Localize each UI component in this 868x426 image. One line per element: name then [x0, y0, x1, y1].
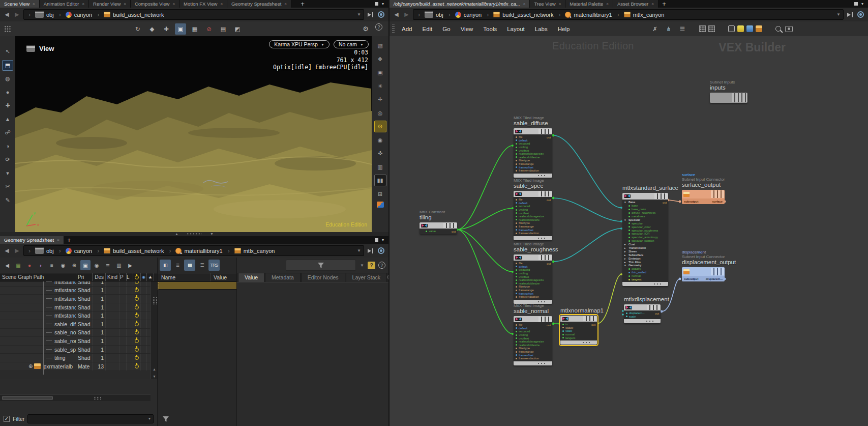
tab-close-icon[interactable]: × [606, 2, 609, 6]
pane-menu-icon[interactable]: ▾ [382, 2, 384, 6]
power-icon[interactable] [135, 339, 139, 343]
menu-item[interactable]: Edit [417, 26, 437, 32]
toolbar-icon[interactable]: ▦ [189, 23, 200, 35]
pin-icon[interactable] [847, 12, 854, 17]
vertical-scrollbar[interactable]: ▲ ▼ [151, 281, 157, 379]
display-option-icon[interactable]: ▣ [374, 67, 386, 78]
param-port[interactable] [516, 293, 517, 294]
follow-network-icon[interactable] [378, 247, 384, 254]
follow-network-icon[interactable] [857, 11, 864, 18]
breadcrumb-item[interactable]: › obj [26, 11, 56, 18]
param-port[interactable] [516, 348, 517, 349]
param-port[interactable] [516, 269, 517, 271]
menu-item[interactable]: View [456, 26, 478, 32]
param-port[interactable] [562, 337, 564, 338]
node-mtlxstandard-surface[interactable]: mtlxstandard_surface out Base [622, 185, 668, 286]
scene-graph-tool-icon[interactable]: ⊕ [69, 260, 79, 270]
scene-graph-tool-icon[interactable]: ◉ [92, 260, 102, 270]
col-kind[interactable]: Kind [106, 273, 120, 281]
pane-maximize-icon[interactable] [854, 2, 858, 6]
breadcrumb-item[interactable]: › materiallibrary1 [556, 11, 614, 18]
display-option-icon[interactable]: ▥ [374, 161, 386, 173]
col-pri[interactable]: Pri [76, 273, 93, 281]
breadcrumb-item[interactable]: › build_asset_network [95, 247, 166, 254]
param-port[interactable] [562, 334, 564, 335]
col-value[interactable]: Value [211, 273, 236, 281]
param-port[interactable] [628, 272, 630, 273]
power-icon[interactable] [135, 288, 139, 292]
group-arrow-icon[interactable] [624, 250, 627, 253]
window-tab[interactable]: Animation Editor × [40, 0, 89, 8]
pin-icon[interactable] [368, 12, 375, 17]
power-icon[interactable] [135, 322, 139, 326]
param-port[interactable] [516, 341, 517, 343]
breadcrumb-item[interactable]: › mtlx_canyon [615, 11, 667, 18]
param-port[interactable] [516, 212, 517, 214]
display-option-icon[interactable]: ❖ [374, 53, 386, 65]
param-port[interactable] [516, 286, 517, 288]
param-port[interactable] [516, 156, 517, 158]
param-port[interactable] [516, 202, 517, 204]
scroll-grip[interactable] [94, 396, 102, 400]
toolbar-icon[interactable]: ▣ [175, 23, 186, 35]
tab-close-icon[interactable]: × [220, 2, 223, 6]
scene-graph-tool-icon[interactable]: ▣ [80, 260, 91, 270]
filter-dropdown[interactable] [27, 414, 154, 423]
name-value-header[interactable]: Name Value [158, 273, 236, 282]
scene-graph-tool-icon[interactable]: ◀ [2, 260, 12, 270]
node-flags[interactable] [711, 268, 724, 275]
param-port[interactable] [516, 226, 517, 228]
view-mode-icon[interactable]: ☰ [196, 260, 207, 271]
pane-maximize-icon[interactable] [375, 2, 378, 6]
param-port[interactable] [516, 170, 517, 172]
window-tab[interactable]: Asset Browser × [613, 0, 659, 8]
param-port[interactable] [516, 143, 517, 145]
param-port[interactable] [516, 160, 517, 161]
table-row[interactable]: sable_spec Shad 1 [0, 346, 157, 354]
scroll-grip[interactable] [153, 297, 157, 305]
back-button[interactable]: ◀ [3, 247, 11, 254]
toolbar-icon[interactable]: ▤ [218, 23, 229, 35]
tools-icon[interactable]: ✗ [649, 23, 661, 35]
value-tab[interactable]: Layer Stack [346, 273, 387, 282]
param-port[interactable] [516, 331, 517, 332]
shelf-tool-icon[interactable]: ⬒ [2, 60, 13, 71]
pane-menu-icon[interactable]: ▾ [861, 2, 863, 6]
col-name[interactable]: Name [158, 274, 211, 280]
value-tab[interactable]: Metadata [265, 273, 301, 282]
tab-close-icon[interactable]: × [172, 2, 175, 6]
table-row[interactable]: mtlxstandard Shad 1 [0, 281, 157, 287]
param-port[interactable] [516, 354, 517, 356]
breadcrumb-item[interactable]: › canyon [56, 11, 95, 18]
group-arrow-icon[interactable] [624, 257, 627, 260]
display-option-icon[interactable]: ◎ [374, 107, 386, 119]
node-flags[interactable] [538, 129, 552, 134]
filter-dropdown-icon[interactable]: ▼ [360, 263, 364, 268]
path-dropdown-icon[interactable]: ▼ [357, 12, 361, 17]
shelf-tool-icon[interactable]: ✚ [2, 100, 13, 111]
param-port[interactable] [516, 139, 517, 141]
breadcrumb-item[interactable]: › build_asset_network [484, 11, 556, 18]
value-tab[interactable]: Value [238, 273, 264, 282]
camera-selector[interactable]: No cam ▼ [334, 40, 369, 48]
display-option-icon[interactable]: ✛ [374, 94, 386, 105]
window-tab[interactable]: Composite View × [131, 0, 179, 8]
col-favorite[interactable]: ★ [147, 273, 154, 281]
scroll-thumb[interactable] [2, 396, 53, 400]
forward-button[interactable]: ▶ [13, 11, 21, 18]
input-port-label[interactable]: suboutput [684, 277, 698, 280]
param-port[interactable] [516, 199, 517, 201]
power-icon[interactable] [135, 281, 139, 284]
breadcrumb-item[interactable]: › build_asset_network [95, 11, 166, 18]
table-row[interactable]: mtlxstandard Shad 1 [0, 287, 157, 295]
param-port[interactable] [628, 222, 630, 224]
3d-viewport[interactable]: View Karma XPU Persp ▼ No cam ▼ 0:03 761… [15, 36, 372, 232]
menu-item[interactable]: Help [553, 26, 575, 32]
new-tab-button[interactable]: + [297, 0, 308, 8]
toolbar-icon[interactable]: ◆ [146, 23, 158, 35]
node-info-icon[interactable] [728, 25, 735, 32]
group-arrow-icon[interactable] [624, 243, 627, 246]
forward-button[interactable]: ▶ [403, 11, 410, 18]
param-port[interactable] [516, 290, 517, 291]
scene-graph-tool-icon[interactable]: ▶ [125, 260, 135, 270]
